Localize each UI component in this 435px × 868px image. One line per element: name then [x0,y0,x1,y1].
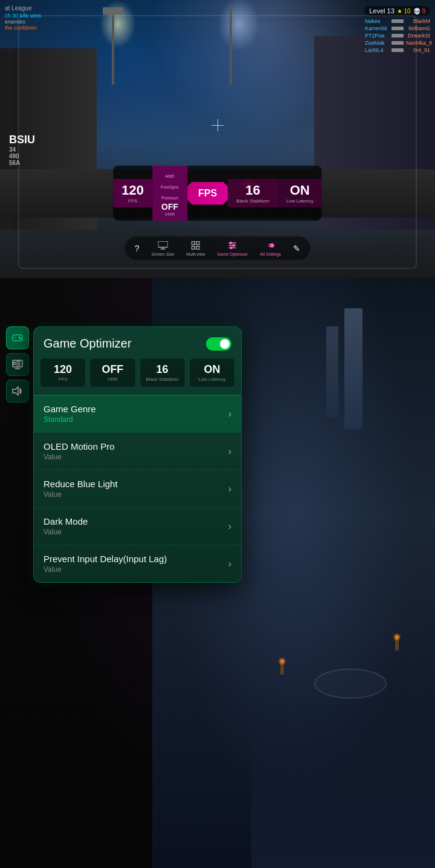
score-row: Karren56 WilliamG [365,25,430,31]
score-row: PT2Poe DrwarkSt [365,33,430,39]
optimizer-vrr-stat: OFF VRR [89,358,135,387]
enemies-text: enemies [5,19,41,25]
side-icons-panel [6,326,29,403]
menu-item-oled-motion[interactable]: OLED Motion Pro Value › [34,432,241,470]
svg-point-21 [13,362,16,364]
svg-point-12 [230,247,232,249]
vrr-stat: AMDFreeSyncPremium OFF VRR [152,166,187,221]
panel-header: Game Optimizer [34,327,241,358]
reduce-blue-light-title: Reduce Blue Light [44,479,118,489]
oled-motion-sub: Value [44,453,115,461]
gun-icon [392,19,404,23]
side-icon-volume[interactable] [6,380,29,403]
game-scene: at League ch 30 kills wins enemies the c… [0,0,435,278]
pencil-icon: ✎ [293,244,300,253]
gun-icon [392,27,404,30]
dark-mode-sub: Value [44,528,88,536]
nav-edit[interactable]: ✎ [293,244,300,253]
optimizer-fps-stat: 120 FPS [40,358,86,387]
top-game-section: at League ch 30 kills wins enemies the c… [0,0,435,278]
scoreboard: Nakes BlarkM Karren56 WilliamG PT2Poe Dr… [365,18,430,54]
gun-icon [392,48,404,52]
vrr-label: VRR [161,212,179,217]
side-icon-gamepad[interactable] [6,326,29,349]
latency-stat: ON Low Latency [278,179,322,207]
menu-item-dark-mode[interactable]: Dark Mode Value › [34,507,241,545]
stats-bar: 120 FPS AMDFreeSyncPremium OFF VRR FPS 1… [113,166,321,221]
svg-rect-6 [196,247,199,250]
hud-top-right: Level 13 ★ 10 💀 9 [364,5,430,16]
latency-label: Low Latency [286,198,314,204]
light-glow-right [218,0,260,51]
optimizer-fps-value: 120 [44,363,82,376]
torch-flame-right [393,633,401,641]
mode-active[interactable]: FPS [187,182,228,205]
game-optimizer-panel: Game Optimizer 120 FPS OFF VRR 16 Black … [33,326,242,583]
game-genre-title: Game Genre [44,404,96,414]
panel-title: Game Optimizer [44,337,132,351]
chevron-right-icon: › [228,559,231,569]
vrr-value: OFF [161,202,179,212]
svg-rect-5 [192,247,195,250]
black-stabilizer-stat: 16 Black Stabilizer [228,179,278,207]
input-lag-sub: Value [44,565,167,574]
nav-all-settings[interactable]: All Settings [260,240,281,256]
cooldown-text: the cooldown [5,25,41,31]
nav-multiview[interactable]: Multi-view [186,240,205,256]
gun-icon [392,41,404,45]
svg-rect-4 [196,242,199,245]
gun-icon [392,34,404,37]
gear-icon [265,240,276,251]
game-genre-sub: Standard [44,415,96,424]
chevron-right-icon: › [228,484,231,494]
torch-flame-left [279,658,286,665]
nav-screen-size[interactable]: Screen Size [151,240,174,256]
score-row: Lar6IL4 0r4_91 [365,47,430,53]
nav-game-optimizer[interactable]: Game Optimizer [217,240,248,256]
level-badge: Level 13 ★ 10 💀 9 [364,6,430,16]
optimizer-latency-stat: ON Low Latency [189,358,235,387]
svg-marker-25 [13,387,18,395]
optimizer-vrr-label: VRR [94,377,131,382]
optimizer-bs-value: 16 [144,363,181,376]
optimizer-bs-label: Black Stabilizer [144,377,181,382]
chevron-right-icon: › [228,446,231,457]
menu-item-reduce-blue-light[interactable]: Reduce Blue Light Value › [34,470,241,507]
side-icon-display[interactable] [6,353,29,376]
multiview-label: Multi-view [186,252,205,256]
bottom-game-section: Game Optimizer 120 FPS OFF VRR 16 Black … [0,278,435,868]
score-row: Nakes BlarkM [365,18,430,24]
stone-circle [314,669,387,699]
chevron-right-icon: › [228,521,231,532]
svg-point-17 [20,338,21,339]
optimizer-latency-value: ON [193,363,231,376]
optimizer-vrr-value: OFF [94,363,131,376]
svg-point-16 [19,337,20,338]
monitor-icon [157,240,168,251]
streetlight-left [112,12,114,85]
kill-info: ch 30 kills wins [5,13,41,19]
nav-help[interactable]: ? [135,244,140,253]
optimizer-bs-stat: 16 Black Stabilizer [140,358,185,387]
svg-rect-3 [192,242,195,245]
menu-item-input-lag[interactable]: Prevent Input Delay(Input Lag) Value › [34,545,241,582]
grid-icon [190,240,201,251]
optimizer-label: Game Optimizer [217,252,248,256]
svg-point-11 [233,245,234,247]
menu-item-game-genre[interactable]: Game Genre Standard › [34,395,241,432]
svg-point-10 [230,242,231,244]
screen-size-label: Screen Size [151,252,174,256]
optimizer-stats-row: 120 FPS OFF VRR 16 Black Stabilizer ON L… [34,358,241,395]
snow-ground [251,687,435,868]
dark-mode-title: Dark Mode [44,516,88,526]
input-lag-title: Prevent Input Delay(Input Lag) [44,554,167,564]
bs-value: 16 [236,183,269,198]
optimizer-toggle[interactable] [206,337,231,351]
reduce-blue-light-sub: Value [44,490,118,499]
active-mode-value: FPS [198,188,217,198]
chevron-right-icon: › [228,409,231,419]
crosshair [211,119,224,131]
latency-value: ON [286,183,314,198]
sliders-icon [227,240,238,251]
level-text: Level 13 [369,7,395,15]
